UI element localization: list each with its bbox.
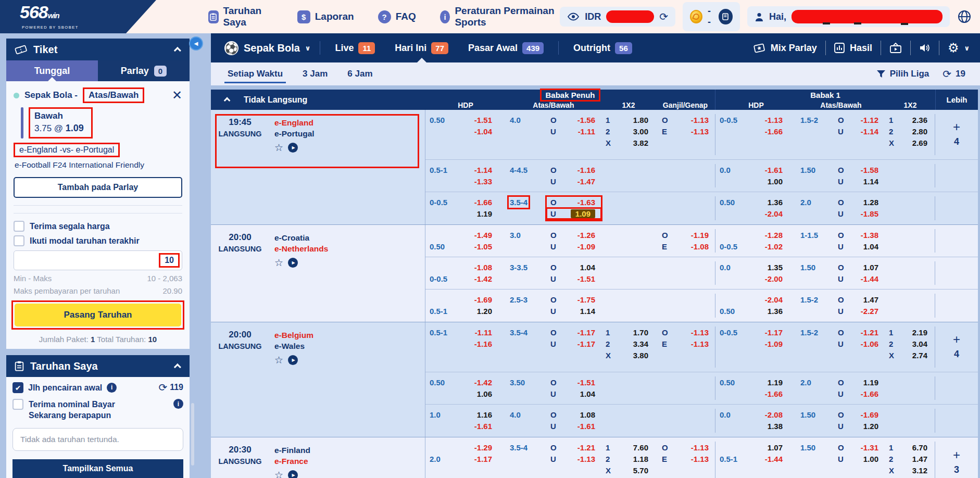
favorite-star-icon[interactable]: ☆: [274, 257, 283, 269]
odds-price[interactable]: 3.82: [633, 139, 648, 147]
odds-price[interactable]: -1.75: [577, 295, 595, 304]
chevron-up-icon[interactable]: [174, 47, 181, 54]
greeting-pill[interactable]: Hai,: [747, 6, 950, 27]
filter-setiap-waktu[interactable]: Setiap Waktu: [227, 62, 284, 85]
odds-price[interactable]: -1.66: [474, 198, 492, 207]
odds-price[interactable]: 3.00: [633, 127, 648, 136]
odds-price[interactable]: -1.61: [474, 422, 492, 431]
coin-icon[interactable]: [690, 10, 702, 23]
odds-price[interactable]: -1.61: [765, 166, 783, 174]
place-bet-button[interactable]: Pasang Taruhan: [15, 304, 181, 326]
favorite-star-icon[interactable]: ☆: [274, 142, 283, 154]
odds-price[interactable]: 1.18: [633, 455, 648, 463]
odds-price[interactable]: -1.09: [765, 339, 783, 348]
odds-price[interactable]: -1.13: [765, 116, 783, 124]
odds-price[interactable]: -1.09: [577, 242, 595, 251]
odds-price[interactable]: -1.13: [691, 328, 709, 337]
odds-price[interactable]: -1.44: [765, 455, 783, 463]
follow-last-stake-row[interactable]: Ikuti modal taruhan terakhir: [14, 235, 182, 246]
tab-tunggal[interactable]: Tunggal: [6, 60, 98, 81]
odds-price[interactable]: -1.16: [577, 166, 595, 174]
odds-price[interactable]: -1.08: [691, 242, 709, 251]
odds-price[interactable]: 1.06: [477, 389, 492, 398]
odds-price[interactable]: 3.34: [633, 339, 648, 348]
checkbox-unchecked[interactable]: [12, 399, 23, 410]
odds-price[interactable]: -1.31: [861, 443, 878, 452]
refresh-balance-icon[interactable]: ⟳: [659, 10, 668, 23]
my-bets-header[interactable]: Taruhan Saya: [6, 355, 190, 377]
odds-price[interactable]: -2.27: [861, 307, 878, 316]
odds-price[interactable]: -1.12: [861, 116, 878, 124]
odds-price[interactable]: 2.19: [912, 328, 927, 337]
settings-button[interactable]: ⚙∨: [948, 42, 970, 54]
odds-price[interactable]: -1.66: [765, 127, 783, 136]
odds-price[interactable]: 1.36: [768, 307, 783, 316]
odds-price[interactable]: -1.42: [474, 378, 492, 387]
info-icon[interactable]: i: [107, 383, 117, 393]
odds-price[interactable]: 1.04: [580, 263, 595, 272]
accept-any-odds-row[interactable]: Terima segala harga: [14, 221, 182, 232]
favorite-star-icon[interactable]: ☆: [274, 354, 283, 366]
checkbox-unchecked[interactable]: [14, 235, 24, 246]
odds-price[interactable]: -1.06: [861, 339, 878, 348]
odds-price[interactable]: 6.70: [912, 443, 927, 452]
odds-price[interactable]: 1.07: [863, 263, 878, 272]
tab-outright[interactable]: Outright56: [568, 33, 637, 62]
odds-price[interactable]: 1.00: [768, 177, 783, 186]
odds-price[interactable]: -1.33: [474, 177, 492, 186]
tab-pasar-awal[interactable]: Pasar Awal439: [463, 33, 549, 62]
close-icon[interactable]: ✕: [172, 90, 182, 100]
odds-price[interactable]: 1.19: [477, 209, 492, 218]
odds-price[interactable]: -1.42: [474, 274, 492, 283]
info-icon[interactable]: i: [173, 399, 183, 409]
odds-price[interactable]: -2.04: [765, 295, 783, 304]
odds-price[interactable]: -1.19: [691, 231, 709, 240]
odds-price[interactable]: 1.08: [580, 410, 595, 419]
odds-price[interactable]: 1.47: [863, 295, 878, 304]
odds-price[interactable]: -1.16: [474, 339, 492, 348]
odds-price[interactable]: 1.19: [863, 378, 878, 387]
mix-parlay-button[interactable]: Mix Parlay: [753, 42, 817, 54]
odds-price[interactable]: -1.13: [691, 455, 709, 463]
odds-price[interactable]: -1.13: [691, 339, 709, 348]
chevron-up-icon[interactable]: [174, 363, 181, 371]
menu-item-taruhan-saya[interactable]: Taruhan Saya: [208, 5, 273, 28]
match-info[interactable]: 20:00LANGSUNGe-Croatiae-Netherlands☆▶: [211, 225, 425, 322]
odds-price[interactable]: -1.17: [577, 339, 595, 348]
odds-price[interactable]: 1.14: [580, 307, 595, 316]
odds-price[interactable]: 1.04: [580, 389, 595, 398]
odds-price[interactable]: -1.17: [577, 328, 595, 337]
play-stream-icon[interactable]: ▶: [288, 470, 298, 478]
menu-item-laporan[interactable]: $ Laporan: [297, 10, 354, 23]
filter-3-jam[interactable]: 3 Jam: [301, 62, 329, 85]
odds-price[interactable]: 1.09: [571, 209, 595, 218]
odds-price[interactable]: -1.17: [474, 455, 492, 463]
odds-price[interactable]: -1.85: [861, 209, 878, 218]
odds-price[interactable]: -1.58: [861, 166, 878, 174]
odds-price[interactable]: -1.13: [691, 127, 709, 136]
checkbox-checked[interactable]: ✔: [12, 382, 23, 393]
refresh-count[interactable]: ⟳119: [158, 381, 183, 394]
play-stream-icon[interactable]: ▶: [288, 143, 298, 153]
odds-price[interactable]: 2.36: [912, 116, 927, 124]
odds-price[interactable]: -1.02: [765, 242, 783, 251]
more-bets-cell[interactable]: +4: [935, 114, 978, 155]
odds-price[interactable]: 1.47: [912, 455, 927, 463]
odds-price[interactable]: -1.11: [578, 127, 595, 136]
odds-price[interactable]: -1.51: [577, 274, 595, 283]
odds-price[interactable]: -1.13: [577, 455, 595, 463]
odds-price[interactable]: -1.13: [691, 116, 709, 124]
play-stream-icon[interactable]: ▶: [288, 258, 298, 268]
more-bets-cell[interactable]: +4: [935, 326, 978, 368]
accept-payout-row[interactable]: Terima nominal BayarSekarang berapapun i: [12, 399, 183, 421]
refresh-events-button[interactable]: ⟳19: [943, 68, 965, 80]
results-button[interactable]: Hasil: [834, 43, 872, 54]
odds-price[interactable]: -1.21: [861, 328, 878, 337]
odds-price[interactable]: 1.04: [863, 242, 878, 251]
tv-button[interactable]: [889, 42, 902, 54]
odds-price[interactable]: -1.14: [474, 166, 492, 174]
menu-item-faq[interactable]: ? FAQ: [378, 10, 416, 23]
favorite-star-icon[interactable]: ☆: [274, 469, 283, 478]
odds-price[interactable]: 2.80: [912, 127, 927, 136]
odds-price[interactable]: 1.19: [768, 378, 783, 387]
